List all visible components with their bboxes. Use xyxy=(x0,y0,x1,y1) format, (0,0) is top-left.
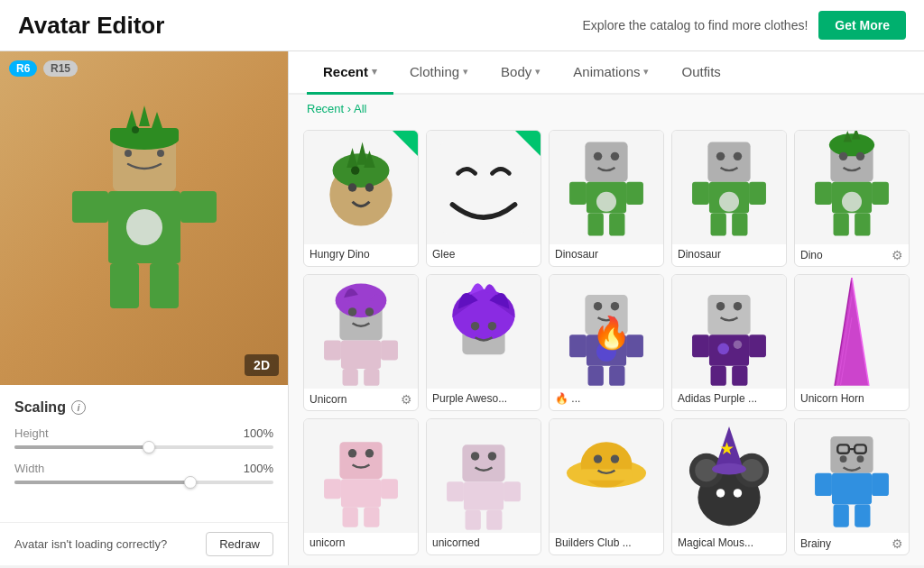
breadcrumb-parent[interactable]: Recent xyxy=(307,102,344,115)
height-thumb[interactable] xyxy=(143,441,155,453)
svg-rect-84 xyxy=(711,366,726,386)
item-image xyxy=(672,131,786,244)
svg-rect-126 xyxy=(815,473,832,496)
tab-animations[interactable]: Animations ▾ xyxy=(557,51,665,95)
svg-rect-78 xyxy=(709,334,749,366)
item-image xyxy=(304,419,418,533)
list-item[interactable]: unicorned xyxy=(426,418,541,555)
item-image xyxy=(427,275,541,389)
item-label: Unicorn Horn xyxy=(795,389,909,408)
item-label: unicorned xyxy=(427,533,541,553)
svg-rect-38 xyxy=(711,213,726,235)
item-image xyxy=(550,131,663,244)
breadcrumb-child: All xyxy=(354,102,366,115)
list-item[interactable]: Dino⚙ xyxy=(794,130,910,267)
svg-point-86 xyxy=(716,302,725,310)
svg-point-133 xyxy=(840,455,847,463)
list-item[interactable]: Hungry Dino xyxy=(303,130,419,267)
scaling-section: Scaling i Height 100% Width 100% xyxy=(0,385,288,522)
list-item[interactable]: Dinosaur xyxy=(671,130,787,267)
tab-body[interactable]: Body ▾ xyxy=(485,51,557,95)
svg-point-49 xyxy=(829,133,874,156)
svg-point-40 xyxy=(716,152,725,160)
svg-point-108 xyxy=(488,452,496,460)
svg-rect-83 xyxy=(749,334,766,357)
svg-point-4 xyxy=(157,150,164,157)
list-item[interactable]: Purple Aweso... xyxy=(426,274,541,411)
height-label: Height xyxy=(14,426,49,440)
animations-arrow: ▾ xyxy=(643,66,649,78)
item-label: Dinosaur xyxy=(672,244,786,264)
gear-icon[interactable]: ⚙ xyxy=(892,248,903,262)
height-track[interactable] xyxy=(14,445,273,449)
list-item[interactable]: Brainy⚙ xyxy=(794,418,910,555)
list-item[interactable]: Adidas Purple ... xyxy=(671,274,787,411)
svg-point-41 xyxy=(734,152,742,160)
item-label: Dino⚙ xyxy=(795,244,909,266)
right-panel: Recent ▾ Clothing ▾ Body ▾ Animations ▾ … xyxy=(289,51,924,565)
list-item[interactable]: Unicorn⚙ xyxy=(303,274,419,411)
svg-rect-111 xyxy=(581,469,633,481)
svg-point-123 xyxy=(734,489,742,497)
item-name: Dinosaur xyxy=(555,248,598,261)
svg-rect-30 xyxy=(609,213,624,235)
width-thumb[interactable] xyxy=(184,476,197,489)
app-title: Avatar Editor xyxy=(18,12,164,40)
tab-clothing[interactable]: Clothing ▾ xyxy=(393,51,485,95)
svg-rect-72 xyxy=(588,366,604,386)
item-name: Dino xyxy=(800,249,823,261)
gear-icon[interactable]: ⚙ xyxy=(892,536,903,551)
tab-recent[interactable]: Recent ▾ xyxy=(307,51,393,95)
svg-point-1 xyxy=(126,209,162,245)
svg-point-17 xyxy=(348,183,356,191)
svg-rect-46 xyxy=(872,182,889,205)
list-item[interactable]: Unicorn Horn xyxy=(794,274,910,411)
item-label: Glee xyxy=(427,244,541,264)
item-label: Unicorn⚙ xyxy=(304,389,418,410)
redraw-button[interactable]: Redraw xyxy=(206,532,273,556)
item-label: Dinosaur xyxy=(550,244,663,264)
item-name: 🔥 ... xyxy=(555,392,580,405)
body-arrow: ▾ xyxy=(535,66,541,78)
svg-rect-48 xyxy=(855,213,870,235)
svg-point-62 xyxy=(365,307,374,316)
list-item[interactable]: ★ Magical Mous... xyxy=(671,418,787,555)
svg-rect-82 xyxy=(692,334,709,357)
item-label: Builders Club ... xyxy=(550,533,663,553)
height-fill xyxy=(14,445,149,449)
item-name: unicorn xyxy=(310,536,345,549)
svg-point-99 xyxy=(348,449,356,457)
list-item[interactable]: unicorn xyxy=(303,418,419,555)
list-item[interactable]: Glee xyxy=(426,130,541,267)
tab-outfits[interactable]: Outfits xyxy=(665,51,736,95)
width-value: 100% xyxy=(244,462,273,475)
get-more-button[interactable]: Get More xyxy=(818,11,906,40)
item-name: Glee xyxy=(432,248,455,261)
svg-rect-125 xyxy=(832,473,872,505)
svg-rect-77 xyxy=(707,295,750,334)
list-item[interactable]: 🔥 🔥 ... xyxy=(549,274,664,411)
width-fill xyxy=(14,481,190,484)
r15-badge[interactable]: R15 xyxy=(43,60,78,77)
item-image: ★ xyxy=(672,419,786,533)
svg-rect-95 xyxy=(324,479,341,499)
item-image xyxy=(304,275,418,389)
r6-badge[interactable]: R6 xyxy=(9,60,37,77)
toggle-2d[interactable]: 2D xyxy=(245,354,279,376)
svg-point-80 xyxy=(717,344,729,355)
svg-rect-39 xyxy=(732,213,747,235)
width-track[interactable] xyxy=(14,481,273,484)
svg-point-18 xyxy=(365,183,374,191)
svg-point-35 xyxy=(719,192,739,212)
svg-rect-33 xyxy=(707,142,750,182)
svg-point-22 xyxy=(351,166,359,174)
list-item[interactable]: Builders Club ... xyxy=(549,418,664,555)
gear-icon[interactable]: ⚙ xyxy=(401,392,412,407)
item-image xyxy=(427,419,541,533)
item-image xyxy=(672,275,786,389)
list-item[interactable]: Dinosaur xyxy=(549,130,664,267)
item-name: Unicorn xyxy=(310,393,346,406)
svg-rect-47 xyxy=(834,213,849,235)
item-name: Builders Club ... xyxy=(555,536,632,549)
svg-point-31 xyxy=(594,152,602,160)
